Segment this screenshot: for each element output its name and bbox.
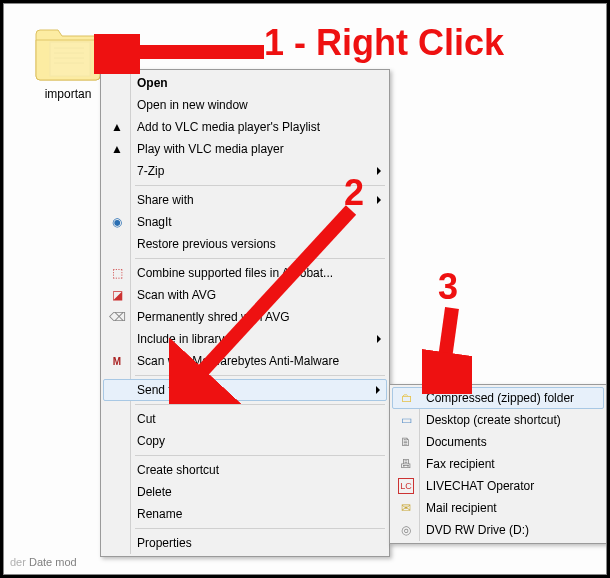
desktop-icon: ▭ (398, 412, 414, 428)
menu-properties[interactable]: Properties (103, 532, 387, 554)
menu-label: Restore previous versions (137, 237, 276, 251)
menu-label: Properties (137, 536, 192, 550)
menu-label: Send to (137, 383, 178, 397)
menu-label: SnagIt (137, 215, 172, 229)
menu-label: Add to VLC media player's Playlist (137, 120, 320, 134)
menu-label: Copy (137, 434, 165, 448)
menu-label: Scan with AVG (137, 288, 216, 302)
zip-folder-icon: 🗀 (399, 390, 415, 406)
chevron-right-icon (377, 167, 381, 175)
menu-7zip[interactable]: 7-Zip (103, 160, 387, 182)
vlc-icon: ▲ (109, 141, 125, 157)
mail-icon: ✉ (398, 500, 414, 516)
submenu-zipped[interactable]: 🗀Compressed (zipped) folder (392, 387, 604, 409)
annotation-3-label: 3 (438, 266, 458, 308)
menu-label: Documents (426, 435, 487, 449)
menu-label: Share with (137, 193, 194, 207)
folder-item[interactable]: importan (28, 22, 108, 101)
menu-copy[interactable]: Copy (103, 430, 387, 452)
folder-icon (32, 71, 104, 85)
context-menu: Open Open in new window ▲Add to VLC medi… (100, 69, 390, 557)
menu-label: Scan with Malwarebytes Anti-Malware (137, 354, 339, 368)
menu-label: Compressed (zipped) folder (426, 391, 574, 405)
menu-scan-mbam[interactable]: MScan with Malwarebytes Anti-Malware (103, 350, 387, 372)
menu-label: LIVECHAT Operator (426, 479, 534, 493)
menu-cut[interactable]: Cut (103, 408, 387, 430)
submenu-livechat[interactable]: LCLIVECHAT Operator (392, 475, 604, 497)
status-date-label: Date mod (29, 556, 77, 568)
menu-label: Combine supported files in Acrobat... (137, 266, 333, 280)
documents-icon: 🗎 (398, 434, 414, 450)
menu-vlc-add-playlist[interactable]: ▲Add to VLC media player's Playlist (103, 116, 387, 138)
vlc-icon: ▲ (109, 119, 125, 135)
menu-snagit[interactable]: ◉SnagIt (103, 211, 387, 233)
menu-open-new-window[interactable]: Open in new window (103, 94, 387, 116)
chevron-right-icon (376, 386, 380, 394)
submenu-documents[interactable]: 🗎Documents (392, 431, 604, 453)
menu-separator (135, 375, 385, 376)
menu-label: Create shortcut (137, 463, 219, 477)
submenu-dvd[interactable]: ◎DVD RW Drive (D:) (392, 519, 604, 541)
dvd-drive-icon: ◎ (398, 522, 414, 538)
acrobat-icon: ⬚ (109, 265, 125, 281)
statusbar: der Date mod (10, 556, 77, 568)
menu-label: Permanently shred with AVG (137, 310, 290, 324)
shred-icon: ⌫ (109, 309, 125, 325)
window-frame: importan der Date mod Open Open in new w… (3, 3, 607, 575)
chevron-right-icon (377, 335, 381, 343)
menu-label: Delete (137, 485, 172, 499)
menu-label: Cut (137, 412, 156, 426)
menu-separator (135, 528, 385, 529)
submenu-fax[interactable]: 🖷Fax recipient (392, 453, 604, 475)
menu-include-library[interactable]: Include in library (103, 328, 387, 350)
livechat-icon: LC (398, 478, 414, 494)
submenu-mail[interactable]: ✉Mail recipient (392, 497, 604, 519)
menu-scan-avg[interactable]: ◪Scan with AVG (103, 284, 387, 306)
menu-combine-acrobat[interactable]: ⬚Combine supported files in Acrobat... (103, 262, 387, 284)
explorer-pane[interactable]: importan der Date mod Open Open in new w… (4, 4, 606, 574)
menu-share-with[interactable]: Share with (103, 189, 387, 211)
menu-separator (135, 185, 385, 186)
menu-label: DVD RW Drive (D:) (426, 523, 529, 537)
menu-label: 7-Zip (137, 164, 164, 178)
menu-create-shortcut[interactable]: Create shortcut (103, 459, 387, 481)
menu-label: Open (137, 76, 168, 90)
mbam-icon: M (109, 353, 125, 369)
fax-icon: 🖷 (398, 456, 414, 472)
menu-label: Mail recipient (426, 501, 497, 515)
menu-rename[interactable]: Rename (103, 503, 387, 525)
menu-label: Play with VLC media player (137, 142, 284, 156)
send-to-submenu: 🗀Compressed (zipped) folder ▭Desktop (cr… (389, 384, 607, 544)
menu-label: Desktop (create shortcut) (426, 413, 561, 427)
snagit-icon: ◉ (109, 214, 125, 230)
avg-icon: ◪ (109, 287, 125, 303)
folder-label: importan (28, 87, 108, 101)
menu-label: Fax recipient (426, 457, 495, 471)
chevron-right-icon (377, 196, 381, 204)
annotation-1-label: 1 - Right Click (264, 22, 504, 64)
menu-label: Include in library (137, 332, 224, 346)
submenu-desktop[interactable]: ▭Desktop (create shortcut) (392, 409, 604, 431)
menu-open[interactable]: Open (103, 72, 387, 94)
svg-line-7 (442, 308, 452, 380)
menu-separator (135, 455, 385, 456)
menu-send-to[interactable]: Send to (103, 379, 387, 401)
annotation-arrow-3 (422, 304, 472, 394)
menu-label: Open in new window (137, 98, 248, 112)
menu-delete[interactable]: Delete (103, 481, 387, 503)
menu-label: Rename (137, 507, 182, 521)
menu-vlc-play[interactable]: ▲Play with VLC media player (103, 138, 387, 160)
menu-restore-previous[interactable]: Restore previous versions (103, 233, 387, 255)
menu-separator (135, 258, 385, 259)
annotation-arrow-1 (94, 34, 274, 74)
menu-separator (135, 404, 385, 405)
menu-shred-avg[interactable]: ⌫Permanently shred with AVG (103, 306, 387, 328)
